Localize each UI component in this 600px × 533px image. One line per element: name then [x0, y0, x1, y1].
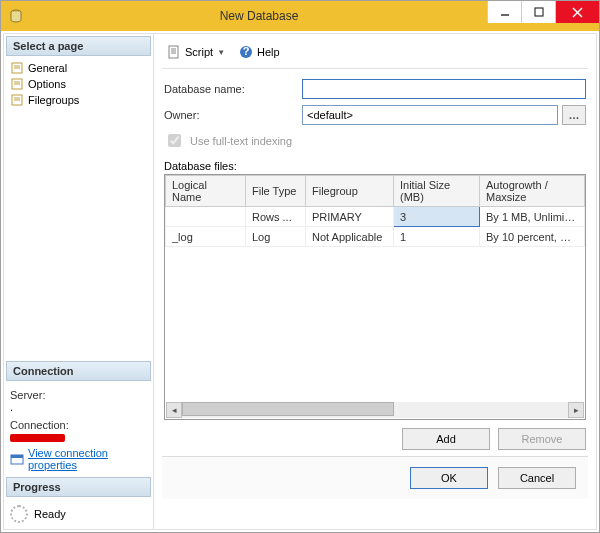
scroll-right-button[interactable]: ▸ — [568, 402, 584, 418]
col-filegroup[interactable]: Filegroup — [306, 176, 394, 207]
sidebar: Select a page General Options Filegroups… — [4, 34, 154, 529]
progress-header: Progress — [6, 477, 151, 497]
form: Database name: Owner: … Use full-text in… — [162, 69, 588, 456]
col-initial-size[interactable]: Initial Size (MB) — [394, 176, 480, 207]
fulltext-label: Use full-text indexing — [190, 135, 292, 147]
cell-size[interactable]: 3 — [394, 207, 480, 227]
add-button[interactable]: Add — [402, 428, 490, 450]
server-value: . — [10, 401, 147, 413]
view-connection-properties-link[interactable]: View connection properties — [10, 447, 147, 471]
page-label: Options — [28, 78, 66, 90]
server-label: Server: — [10, 389, 147, 401]
horizontal-scrollbar[interactable]: ◂ ▸ — [166, 402, 584, 418]
remove-button: Remove — [498, 428, 586, 450]
script-icon — [167, 45, 181, 59]
cell-logical[interactable]: _log — [166, 227, 246, 247]
progress-spinner-icon — [10, 505, 28, 523]
main-panel: Script ▼ ? Help Database name: Owner: … — [154, 34, 596, 529]
page-item-filegroups[interactable]: Filegroups — [8, 92, 149, 108]
scroll-track[interactable] — [182, 402, 568, 418]
minimize-button[interactable] — [487, 1, 521, 23]
ok-button[interactable]: OK — [410, 467, 488, 489]
window-controls — [487, 1, 599, 31]
connection-value-redacted — [10, 431, 147, 443]
help-icon: ? — [239, 45, 253, 59]
owner-browse-button[interactable]: … — [562, 105, 586, 125]
files-grid[interactable]: Logical Name File Type Filegroup Initial… — [164, 174, 586, 420]
cell-autogrowth[interactable]: By 10 percent, Unlimited — [480, 227, 585, 247]
svg-rect-15 — [11, 455, 23, 458]
files-label: Database files: — [164, 160, 586, 172]
titlebar: New Database — [1, 1, 599, 31]
col-file-type[interactable]: File Type — [246, 176, 306, 207]
cell-autogrowth[interactable]: By 1 MB, Unlimited — [480, 207, 585, 227]
maximize-button[interactable] — [521, 1, 555, 23]
cell-filetype[interactable]: Rows ... — [246, 207, 306, 227]
page-label: General — [28, 62, 67, 74]
svg-text:?: ? — [243, 45, 250, 57]
window-title: New Database — [31, 9, 487, 23]
cell-filegroup[interactable]: Not Applicable — [306, 227, 394, 247]
owner-input[interactable] — [302, 105, 558, 125]
grid-header-row: Logical Name File Type Filegroup Initial… — [166, 176, 585, 207]
link-text: View connection properties — [28, 447, 147, 471]
database-icon — [7, 7, 25, 25]
help-label: Help — [257, 46, 280, 58]
db-name-input[interactable] — [302, 79, 586, 99]
dialog-footer: OK Cancel — [162, 456, 588, 499]
svg-rect-16 — [169, 46, 178, 58]
db-name-label: Database name: — [164, 83, 302, 95]
page-item-general[interactable]: General — [8, 60, 149, 76]
scroll-left-button[interactable]: ◂ — [166, 402, 182, 418]
owner-label: Owner: — [164, 109, 302, 121]
page-icon — [10, 77, 24, 91]
page-icon — [10, 61, 24, 75]
close-button[interactable] — [555, 1, 599, 23]
dialog-new-database: New Database Select a page General Optio… — [0, 0, 600, 533]
cancel-button[interactable]: Cancel — [498, 467, 576, 489]
select-page-header: Select a page — [6, 36, 151, 56]
chevron-down-icon: ▼ — [217, 48, 225, 57]
progress-status: Ready — [34, 508, 66, 520]
help-button[interactable]: ? Help — [234, 42, 285, 62]
connection-block: Server: . Connection: View connection pr… — [4, 383, 153, 475]
fulltext-checkbox — [168, 134, 181, 147]
cell-size[interactable]: 1 — [394, 227, 480, 247]
col-logical-name[interactable]: Logical Name — [166, 176, 246, 207]
grid-row[interactable]: Rows ... PRIMARY 3 By 1 MB, Unlimited — [166, 207, 585, 227]
toolbar: Script ▼ ? Help — [162, 38, 588, 69]
cell-filetype[interactable]: Log — [246, 227, 306, 247]
page-icon — [10, 93, 24, 107]
script-label: Script — [185, 46, 213, 58]
cell-logical[interactable] — [166, 207, 246, 227]
page-label: Filegroups — [28, 94, 79, 106]
cell-filegroup[interactable]: PRIMARY — [306, 207, 394, 227]
connection-header: Connection — [6, 361, 151, 381]
properties-icon — [10, 452, 24, 466]
connection-label: Connection: — [10, 419, 147, 431]
grid-row[interactable]: _log Log Not Applicable 1 By 10 percent,… — [166, 227, 585, 247]
progress-block: Ready — [4, 499, 153, 529]
svg-rect-2 — [535, 8, 543, 16]
page-list: General Options Filegroups — [4, 58, 153, 110]
script-button[interactable]: Script ▼ — [162, 42, 230, 62]
scroll-thumb[interactable] — [182, 402, 394, 416]
col-autogrowth[interactable]: Autogrowth / Maxsize — [480, 176, 585, 207]
page-item-options[interactable]: Options — [8, 76, 149, 92]
